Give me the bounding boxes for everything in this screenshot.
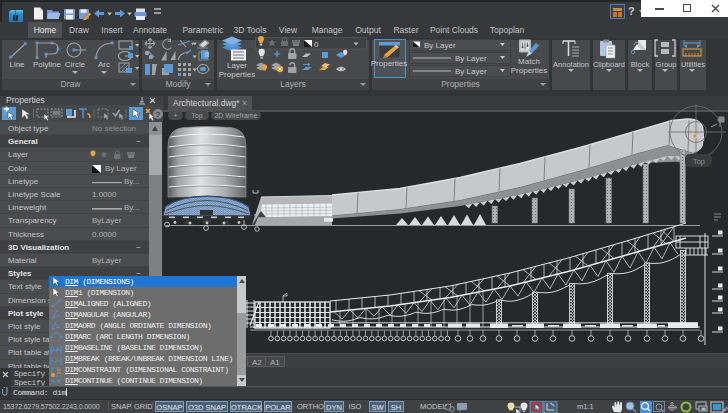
svg-text:Top: Top (693, 157, 705, 166)
svg-text:?: ? (156, 110, 161, 119)
